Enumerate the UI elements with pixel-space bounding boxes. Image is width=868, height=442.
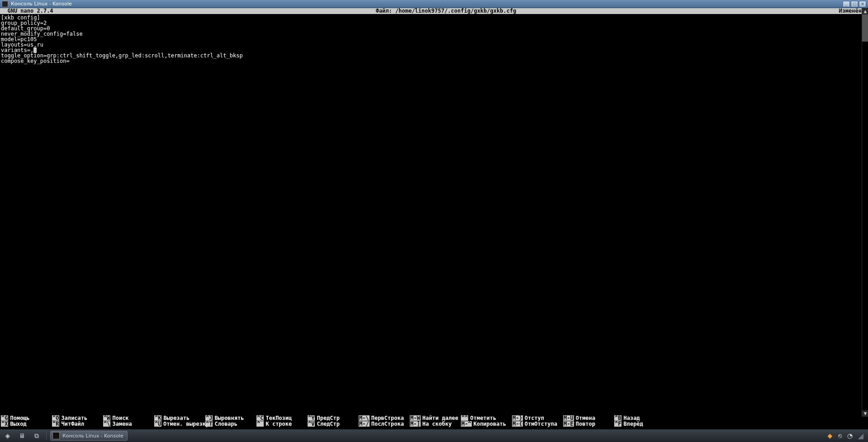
shortcut-key: ^R [52,421,59,427]
editor-line: [xkb config] [1,15,867,20]
shortcut-label: Выход [10,421,26,427]
shortcut-label: ПредСтр [317,415,340,421]
shortcut-item: M-/ПослСтрока [359,421,410,427]
system-tray: ◆ ⎋ ◔ [826,432,866,439]
shortcut-label: СледСтр [317,421,340,427]
shortcut-label: На скобку [422,421,452,427]
nano-footer: ^GПомощь^OЗаписать^WПоиск^KВырезать^JВыр… [0,414,868,429]
shortcut-key: ^X [1,421,8,427]
shortcut-label: Помощь [10,415,29,421]
diamond-icon: ◈ [4,432,12,440]
scrollbar-up-arrow[interactable]: ▲ [862,8,868,14]
nano-header: GNU nano 2.7.4 Файл: /home/linok9757/.co… [0,8,868,14]
shortcut-item: ^YПредСтр [308,415,359,421]
shortcut-item: ^KВырезать [154,415,205,421]
shortcut-label: Записать [61,415,87,421]
shortcut-item: M-]На скобку [410,421,461,427]
shortcut-item: ^UОтмен. вырезку [154,421,205,427]
show-desktop-button[interactable]: 🖥 [16,431,28,441]
shortcut-item: M-^Копировать [461,421,512,427]
minimize-button[interactable]: _ [843,1,850,7]
shortcut-label: ЧитФайл [61,421,84,427]
shortcut-label: Назад [623,415,640,421]
shortcut-item: ^WПоиск [103,415,154,421]
editor-line: compose_key_position= [1,58,867,64]
tray-settings-icon[interactable]: ◔ [846,432,854,439]
shortcut-key: ^T [205,421,213,427]
close-button[interactable]: ✕ [859,1,866,7]
resize-grip[interactable] [856,432,863,439]
shortcut-item: ^CТекПозиц [256,415,308,421]
shortcut-item: M-{ОтмОтступа [512,421,563,427]
shortcut-key: ^B [614,415,621,421]
terminal-scrollbar[interactable]: ▲ ▼ [862,8,868,417]
shortcut-label: ОтмОтступа [525,421,557,427]
editor-body[interactable]: [xkb config]group_policy=2default_group=… [0,14,868,414]
shortcut-item: ^FВперёд [614,421,665,427]
shortcut-label: ПослСтрока [371,421,404,427]
shortcut-label: Отметить [470,415,496,421]
desktop-icon: 🖥 [18,432,26,440]
shortcut-label: Отмена [576,415,595,421]
shortcut-label: Вперёд [623,421,643,427]
shortcut-label: Замена [112,421,132,427]
window-title: Консоль Linux - Konsole [11,1,72,7]
shortcut-label: Словарь [214,421,237,427]
shortcut-item: ^^Отметить [461,415,512,421]
shortcut-item: M-WНайти далее [410,415,461,421]
shortcut-label: Найти далее [422,415,458,421]
shortcut-label: ПервСтрока [371,415,404,421]
shortcut-key: M-U [563,415,574,421]
shortcut-item: ^GПомощь [1,415,52,421]
shortcut-key: M-] [410,421,421,427]
tray-notification-icon[interactable]: ◆ [826,432,834,439]
maximize-button[interactable]: ▢ [851,1,858,7]
shortcut-key: ^_ [256,421,264,427]
shortcut-item: ^XВыход [1,421,52,427]
editor-line: group_policy=2 [1,20,867,26]
konsole-icon [52,432,60,439]
shortcut-item: ^BНазад [614,415,665,421]
shortcut-key: ^F [614,421,621,427]
shortcut-key: ^C [256,415,264,421]
taskbar-separator [46,431,47,440]
scrollbar-thumb[interactable] [862,14,868,42]
shortcut-key: ^G [1,415,8,421]
shortcut-item: M-}Отступ [512,415,563,421]
shortcut-key: M-\ [359,415,370,421]
shortcut-item: M-UОтмена [563,415,614,421]
tray-connection-icon[interactable]: ⎋ [836,432,844,439]
task-konsole[interactable]: Консоль Linux - Konsole [50,431,128,441]
editor-line: model=pc105 [1,37,867,42]
shortcut-item: ^\Замена [103,421,154,427]
window-list-button[interactable]: ⧉ [31,431,43,441]
shortcut-key: ^U [154,421,161,427]
shortcut-item: ^RЧитФайл [52,421,103,427]
editor-line: layouts=us,ru [1,42,867,47]
window-titlebar: Консоль Linux - Konsole _ ▢ ✕ [0,0,868,8]
terminal[interactable]: GNU nano 2.7.4 Файл: /home/linok9757/.co… [0,8,868,429]
shortcut-label: ТекПозиц [266,415,292,421]
app-menu-button[interactable]: ◈ [2,431,14,441]
shortcut-key: ^K [154,415,161,421]
shortcut-label: Вырезать [163,415,190,421]
scrollbar-down-arrow[interactable]: ▼ [862,410,868,417]
shortcut-item: ^VСледСтр [308,421,359,427]
shortcut-label: К строке [266,421,292,427]
shortcut-key: M-E [563,421,574,427]
shortcut-key: ^W [103,415,110,421]
shortcut-label: Копировать [474,421,506,427]
nano-version: GNU nano 2.7.4 [1,8,53,14]
shortcut-key: M-/ [359,421,370,427]
shortcut-item: ^_К строке [256,421,308,427]
shortcut-key: ^O [52,415,59,421]
shortcut-key: M-^ [461,421,472,427]
shortcut-key: M-} [512,415,523,421]
shortcut-key: ^\ [103,421,110,427]
shortcut-item: ^OЗаписать [52,415,103,421]
shortcut-key: M-W [410,415,421,421]
shortcut-key: ^Y [308,415,315,421]
editor-line: default_group=0 [1,26,867,31]
nano-file: Файл: /home/linok9757/.config/gxkb/gxkb.… [53,8,839,14]
shortcut-label: Повтор [576,421,595,427]
